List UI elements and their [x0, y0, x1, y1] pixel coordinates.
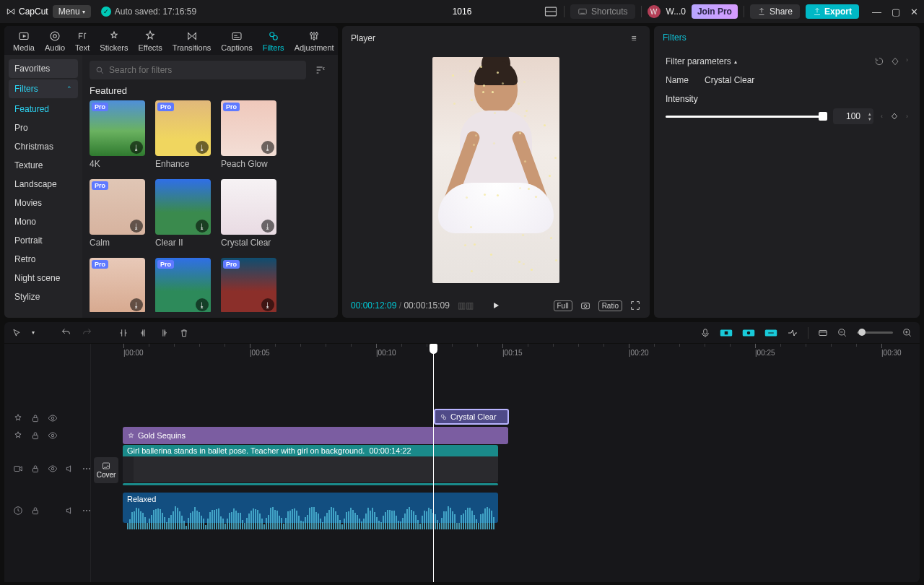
share-button[interactable]: Share: [750, 4, 800, 19]
sort-button[interactable]: [310, 61, 331, 79]
clear-cache-icon[interactable]: [818, 328, 828, 338]
search-input[interactable]: [109, 65, 300, 75]
join-pro-button[interactable]: Join Pro: [692, 4, 738, 19]
download-icon[interactable]: ⭳: [130, 141, 143, 154]
filter-thumb[interactable]: Pro⭳4K: [90, 100, 145, 169]
selection-tool-icon[interactable]: [12, 328, 22, 338]
cover-button[interactable]: Cover: [94, 457, 118, 483]
shortcuts-button[interactable]: Shortcuts: [570, 4, 635, 19]
sidebar-item-portrait[interactable]: Portrait: [9, 231, 78, 250]
sidebar-item-christmas[interactable]: Christmas: [9, 137, 78, 156]
preview-axis-icon[interactable]: [787, 328, 798, 338]
filter-thumb[interactable]: Pro⭳Calm: [90, 179, 145, 248]
lock-icon[interactable]: [30, 464, 40, 474]
timeline-filter-clip[interactable]: Crystal Clear: [434, 409, 509, 425]
mute-icon[interactable]: [65, 506, 75, 516]
linkage-icon[interactable]: [764, 328, 777, 338]
effects-track-controls[interactable]: [4, 413, 91, 423]
asset-tab-media[interactable]: Media: [12, 28, 36, 55]
asset-tab-effects[interactable]: Effects: [136, 28, 163, 55]
snapshot-icon[interactable]: [580, 300, 591, 311]
timeline-video-audio-strip[interactable]: [123, 483, 498, 485]
menu-button[interactable]: Menu▾: [53, 5, 91, 18]
sidebar-item-pro[interactable]: Pro: [9, 118, 78, 137]
sidebar-item-retro[interactable]: Retro: [9, 250, 78, 269]
keyframe-icon[interactable]: [890, 112, 899, 121]
avatar[interactable]: W: [648, 5, 661, 18]
video-track-controls[interactable]: ⋯: [4, 464, 91, 474]
audio-track-controls[interactable]: ⋯: [4, 506, 91, 516]
zoom-slider[interactable]: [857, 332, 893, 334]
compare-icon[interactable]: ▥▥: [458, 300, 474, 311]
sidebar-filters-group[interactable]: Filters⌃: [9, 79, 78, 98]
close-button[interactable]: ✕: [910, 6, 918, 17]
player-menu-icon[interactable]: ≡: [627, 31, 641, 46]
download-icon[interactable]: ⭳: [261, 298, 274, 311]
full-button[interactable]: Full: [554, 300, 572, 311]
lock-icon[interactable]: [30, 413, 40, 423]
visibility-icon[interactable]: [48, 464, 58, 474]
record-icon[interactable]: [700, 328, 710, 338]
keyframe-icon[interactable]: [890, 56, 900, 66]
timeline-video-clip[interactable]: [123, 456, 498, 482]
minimize-button[interactable]: —: [872, 6, 881, 17]
reset-icon[interactable]: [874, 56, 884, 66]
filter-thumb[interactable]: ⭳Crystal Clear: [221, 179, 276, 248]
download-icon[interactable]: ⭳: [196, 141, 209, 154]
asset-tab-transitions[interactable]: Transitions: [171, 28, 212, 55]
asset-tab-adjustment[interactable]: Adjustment: [293, 28, 336, 55]
lock-icon[interactable]: [30, 506, 40, 516]
asset-tab-text[interactable]: Text: [74, 28, 91, 55]
zoom-in-icon[interactable]: [902, 328, 912, 338]
timeline-video-title[interactable]: Girl ballerina stands in ballet pose. Te…: [123, 445, 498, 456]
timeline-audio-clip[interactable]: Relaxed: [123, 493, 498, 523]
sidebar-item-stylize[interactable]: Stylize: [9, 287, 78, 306]
filter-thumb[interactable]: Pro⭳Peach Glow: [221, 100, 276, 169]
sidebar-item-landscape[interactable]: Landscape: [9, 175, 78, 194]
auto-snap-icon[interactable]: [742, 328, 755, 338]
asset-tab-filters[interactable]: Filters: [261, 28, 286, 55]
filter-thumb[interactable]: Pro⭳Matte Wheat 2: [90, 258, 145, 312]
filter-thumb[interactable]: Pro⭳Maldives: [155, 258, 211, 312]
filter-thumb[interactable]: Pro⭳Enhance: [155, 100, 211, 169]
sidebar-item-night-scene[interactable]: Night scene: [9, 269, 78, 287]
redo-icon[interactable]: [82, 327, 92, 338]
sidebar-favorites[interactable]: Favorites: [9, 59, 78, 78]
chevron-up-icon[interactable]: ▴: [734, 58, 737, 65]
asset-tab-audio[interactable]: Audio: [43, 28, 66, 55]
trim-right-icon[interactable]: [159, 328, 169, 338]
sidebar-item-movies[interactable]: Movies: [9, 194, 78, 212]
sidebar-item-mono[interactable]: Mono: [9, 212, 78, 231]
timeline-ruler[interactable]: |00:00|00:05|00:10|00:15|00:20|00:25|00:…: [91, 344, 920, 360]
trim-left-icon[interactable]: [139, 328, 149, 338]
properties-tab-filters[interactable]: Filters: [654, 26, 920, 49]
download-icon[interactable]: ⭳: [261, 141, 274, 154]
search-input-wrap[interactable]: [90, 61, 306, 79]
visibility-icon[interactable]: [48, 413, 58, 423]
mute-icon[interactable]: [65, 464, 75, 474]
timeline-tracks[interactable]: |00:00|00:05|00:10|00:15|00:20|00:25|00:…: [91, 344, 920, 582]
tool-dropdown-icon[interactable]: ▾: [32, 329, 35, 336]
download-icon[interactable]: ⭳: [130, 298, 143, 311]
intensity-slider[interactable]: [666, 116, 826, 118]
zoom-out-icon[interactable]: [837, 328, 847, 338]
workspace-label[interactable]: W...0: [666, 6, 686, 17]
filter-thumb[interactable]: Pro⭳Cyan Red: [221, 258, 276, 312]
more-icon[interactable]: ⋯: [82, 464, 91, 474]
asset-tab-captions[interactable]: Captions: [219, 28, 253, 55]
playhead[interactable]: [433, 344, 434, 582]
sidebar-item-texture[interactable]: Texture: [9, 156, 78, 175]
visibility-icon[interactable]: [48, 430, 58, 441]
sidebar-item-featured[interactable]: Featured: [9, 100, 78, 118]
download-icon[interactable]: ⭳: [130, 220, 143, 233]
maximize-button[interactable]: ▢: [892, 6, 900, 17]
effects-track-controls-2[interactable]: [4, 430, 91, 441]
layout-icon[interactable]: [544, 4, 558, 19]
fullscreen-icon[interactable]: [629, 300, 641, 311]
delete-icon[interactable]: [179, 328, 189, 338]
timeline-effect-clip[interactable]: Gold Sequins: [123, 427, 508, 444]
ratio-button[interactable]: Ratio: [598, 300, 622, 311]
intensity-value[interactable]: 100 ▴▾: [833, 108, 873, 124]
more-icon[interactable]: ⋯: [82, 506, 91, 516]
export-button[interactable]: Export: [806, 4, 859, 19]
